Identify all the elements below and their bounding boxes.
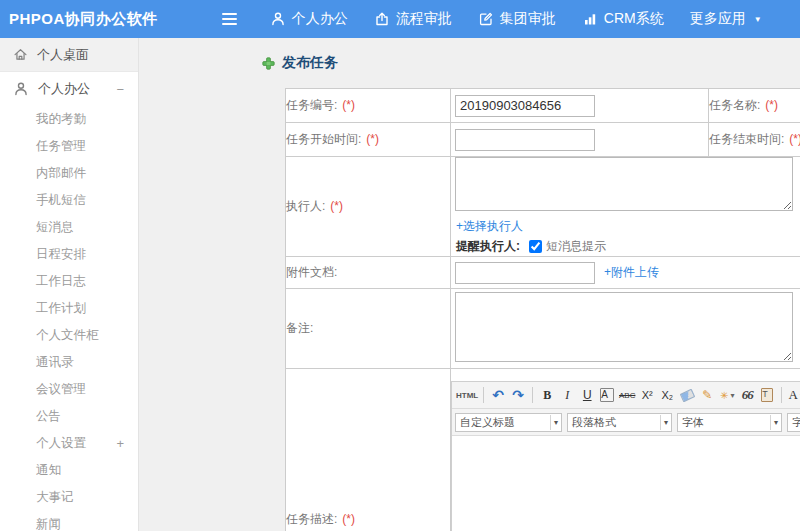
- sidebar-item-file-cabinet[interactable]: 个人文件柜: [0, 322, 138, 349]
- menu-toggle-icon[interactable]: [218, 9, 241, 29]
- custom-title-select[interactable]: 自定义标题▾: [455, 413, 562, 432]
- remark-textarea[interactable]: [455, 292, 793, 362]
- sidebar-item-label: 手机短信: [36, 192, 86, 209]
- sidebar-item-desktop[interactable]: 个人桌面: [0, 38, 138, 72]
- start-time-label: 任务开始时间:(*): [286, 123, 451, 157]
- nav-item-label: CRM系统: [604, 10, 664, 28]
- nav-group-approval[interactable]: 集团审批: [465, 0, 569, 38]
- sidebar-item-personal-office[interactable]: 个人办公−: [0, 72, 138, 106]
- attachment-upload-link[interactable]: +附件上传: [604, 264, 659, 281]
- sidebar-item-label: 我的考勤: [36, 111, 86, 128]
- sidebar-item-work-plan[interactable]: 工作计划: [0, 295, 138, 322]
- editor-toolbar-row2: 自定义标题▾ 段落格式▾ 字体▾ 字号▾: [452, 409, 800, 436]
- sidebar-item-contacts[interactable]: 通讯录: [0, 349, 138, 376]
- sidebar-item-task-management[interactable]: 任务管理: [0, 133, 138, 160]
- sidebar-item-label: 通讯录: [36, 354, 74, 371]
- sidebar-item-news[interactable]: 新闻: [0, 511, 138, 531]
- sidebar-item-label: 个人桌面: [37, 46, 89, 64]
- sms-remind-checkbox[interactable]: [529, 240, 542, 253]
- sidebar-item-notice[interactable]: 通知: [0, 457, 138, 484]
- sidebar-item-label: 任务管理: [36, 138, 86, 155]
- start-time-input[interactable]: [455, 129, 595, 151]
- sidebar-item-label: 公告: [36, 408, 61, 425]
- executor-label: 执行人:(*): [286, 157, 451, 257]
- sidebar-item-label: 大事记: [36, 489, 74, 506]
- editor-content-area[interactable]: [452, 436, 800, 531]
- undo-icon[interactable]: ↶: [489, 386, 507, 404]
- nav-personal-office[interactable]: 个人办公: [257, 0, 361, 38]
- publish-task-form: 任务编号:(*) 任务名称:(*) 任务开始时间:(*) 任务结束时间:(: [285, 88, 800, 531]
- task-description-label: 任务描述:(*): [286, 369, 451, 531]
- nav-item-label: 更多应用: [690, 10, 746, 28]
- chevron-down-icon: ▼: [754, 15, 762, 24]
- font-style-button[interactable]: A: [598, 386, 616, 404]
- superscript-button[interactable]: X²: [638, 386, 656, 404]
- italic-button[interactable]: I: [558, 386, 576, 404]
- app-logo: PHPOA协同办公软件: [0, 10, 158, 29]
- person-icon: [13, 81, 29, 97]
- subscript-button[interactable]: X₂: [658, 386, 676, 404]
- blockquote-button[interactable]: 66: [738, 386, 756, 404]
- sms-remind-label: 短消息提示: [546, 238, 606, 255]
- required-mark: (*): [765, 98, 778, 112]
- required-mark: (*): [330, 199, 343, 213]
- sidebar-item-short-message[interactable]: 短消息: [0, 214, 138, 241]
- paragraph-format-select[interactable]: 段落格式▾: [567, 413, 672, 432]
- person-icon: [270, 11, 286, 27]
- end-time-label: 任务结束时间:(*): [709, 123, 800, 157]
- attachment-label: 附件文档:: [286, 257, 451, 289]
- page-title: 发布任务: [262, 54, 800, 72]
- sidebar-item-label: 工作日志: [36, 273, 86, 290]
- eraser-icon[interactable]: [678, 386, 696, 404]
- redo-icon[interactable]: ↷: [509, 386, 527, 404]
- attachment-input[interactable]: [455, 262, 595, 284]
- sidebar: 个人桌面个人办公−我的考勤任务管理内部邮件手机短信短消息日程安排工作日志工作计划…: [0, 38, 139, 531]
- add-icon: [262, 57, 275, 70]
- underline-button[interactable]: U: [578, 386, 596, 404]
- expand-icon[interactable]: +: [116, 437, 124, 450]
- nav-item-label: 流程审批: [396, 10, 452, 28]
- sidebar-item-label: 内部邮件: [36, 165, 86, 182]
- font-size-select[interactable]: 字号▾: [787, 413, 800, 432]
- sidebar-item-personal-settings[interactable]: 个人设置+: [0, 430, 138, 457]
- remind-executor-label: 提醒执行人:: [456, 238, 520, 255]
- nav-crm-system[interactable]: CRM系统: [569, 0, 677, 38]
- collapse-icon[interactable]: −: [116, 83, 124, 96]
- chart-icon: [582, 11, 598, 27]
- font-family-select[interactable]: 字体▾: [677, 413, 782, 432]
- executor-textarea[interactable]: [455, 157, 793, 211]
- task-number-label: 任务编号:(*): [286, 89, 451, 123]
- sidebar-item-schedule[interactable]: 日程安排: [0, 241, 138, 268]
- sidebar-item-label: 短消息: [36, 219, 74, 236]
- sidebar-item-label: 通知: [36, 462, 61, 479]
- sidebar-item-meeting[interactable]: 会议管理: [0, 376, 138, 403]
- sidebar-item-work-log[interactable]: 工作日志: [0, 268, 138, 295]
- paste-button[interactable]: T: [758, 386, 776, 404]
- task-number-input[interactable]: [455, 95, 595, 117]
- sidebar-item-announcement[interactable]: 公告: [0, 403, 138, 430]
- main-content: 发布任务 任务编号:(*) 任务名称:(*) 任务开始时间:(*): [139, 38, 800, 531]
- top-navigation: 个人办公流程审批集团审批CRM系统更多应用▼: [257, 0, 775, 38]
- required-mark: (*): [342, 512, 355, 526]
- sidebar-item-label: 个人文件柜: [36, 327, 99, 344]
- nav-item-label: 个人办公: [292, 10, 348, 28]
- topbar: PHPOA协同办公软件 个人办公流程审批集团审批CRM系统更多应用▼: [0, 0, 800, 38]
- sidebar-item-memorabilia[interactable]: 大事记: [0, 484, 138, 511]
- sidebar-item-internal-mail[interactable]: 内部邮件: [0, 160, 138, 187]
- sidebar-item-mobile-sms[interactable]: 手机短信: [0, 187, 138, 214]
- format-brush-icon[interactable]: ✎: [698, 386, 716, 404]
- html-source-button[interactable]: HTML: [456, 386, 478, 404]
- choose-executor-link[interactable]: +选择执行人: [456, 219, 523, 233]
- sidebar-item-label: 新闻: [36, 516, 61, 531]
- bold-button[interactable]: B: [538, 386, 556, 404]
- nav-workflow-approval[interactable]: 流程审批: [361, 0, 465, 38]
- nav-item-label: 集团审批: [500, 10, 556, 28]
- sidebar-item-attendance[interactable]: 我的考勤: [0, 106, 138, 133]
- rich-text-editor: HTML ↶ ↷ B I U A ABC X² X₂: [451, 381, 800, 531]
- home-icon: [13, 47, 28, 62]
- font-color-button[interactable]: A▾: [787, 386, 800, 404]
- highlight-color-button[interactable]: ✳▾: [718, 386, 736, 404]
- required-mark: (*): [789, 132, 800, 146]
- nav-more-apps[interactable]: 更多应用▼: [677, 0, 775, 38]
- strikethrough-button[interactable]: ABC: [618, 386, 636, 404]
